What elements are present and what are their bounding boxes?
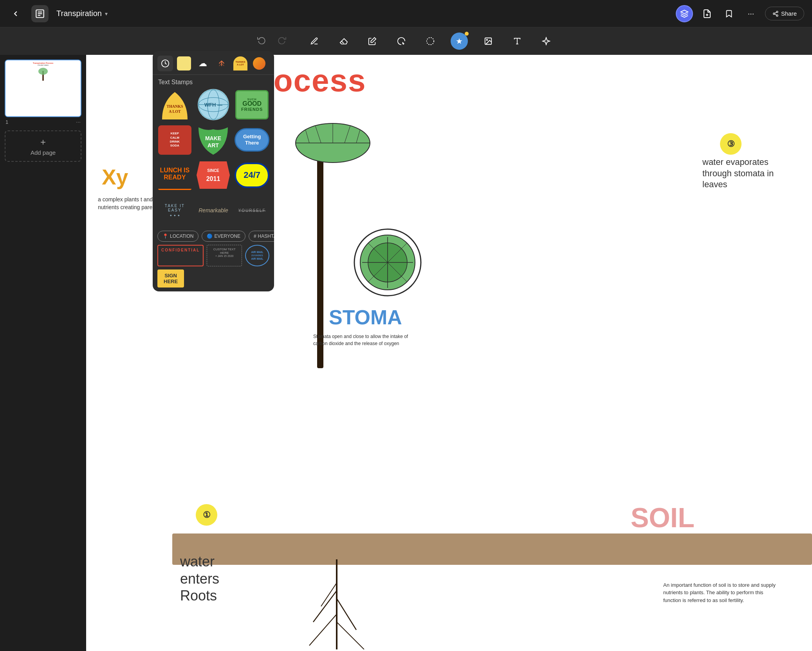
- sticker-yourself[interactable]: YOURSELF: [235, 195, 269, 226]
- canvas-step1: ①: [196, 504, 217, 526]
- svg-text:ART: ART: [208, 142, 219, 148]
- location-icon: 📍: [162, 233, 168, 239]
- pencil-tool-button[interactable]: [306, 33, 323, 50]
- svg-point-7: [773, 13, 775, 14]
- svg-text:MAKE: MAKE: [205, 135, 221, 141]
- page-more-button[interactable]: ···: [76, 119, 81, 125]
- page-number-row: 1 ···: [5, 117, 81, 127]
- sticker-wfh[interactable]: WFH —: [196, 89, 231, 120]
- root-drawing: [305, 559, 345, 651]
- everyone-icon: 🔵: [207, 233, 213, 239]
- sticker-lunch-is-ready[interactable]: LUNCH ISREADY: [157, 159, 192, 191]
- back-button[interactable]: [8, 6, 23, 22]
- more-options-button[interactable]: ···: [743, 6, 759, 22]
- plant-leaf: [294, 118, 372, 165]
- svg-point-8: [776, 14, 778, 16]
- text-tool-button[interactable]: [509, 33, 526, 50]
- canvas-step3: ③: [720, 133, 742, 155]
- svg-text:SINCE: SINCE: [208, 168, 220, 173]
- sticker-remarkable[interactable]: Remarkable: [196, 195, 231, 226]
- sticker-tool-button[interactable]: ★: [451, 33, 468, 50]
- svg-point-14: [486, 39, 487, 40]
- svg-text:THANKS: THANKS: [166, 104, 183, 108]
- page-thumbnail-1[interactable]: Transpiration Process XYLEM TUBES 1 ···: [5, 60, 81, 127]
- svg-marker-11: [371, 38, 376, 43]
- hashtag-icon: #: [254, 233, 256, 239]
- sticker-such-good-friends[interactable]: SUCH GOOD FRIENDS: [235, 89, 269, 120]
- sticker-thanks-a-lot[interactable]: THANKS A LOT: [157, 89, 192, 120]
- popup-tab-cloud[interactable]: ☁: [195, 56, 211, 71]
- page-number: 1: [5, 119, 8, 125]
- app-icon: [31, 5, 49, 22]
- cloud-icon: ☁: [198, 58, 207, 69]
- canvas-soil-label: SOIL: [631, 502, 695, 533]
- stoma-diagram: [352, 227, 423, 299]
- swatch-icon: [177, 56, 191, 71]
- image-tool-button[interactable]: [480, 33, 497, 50]
- add-doc-button[interactable]: [699, 6, 715, 22]
- title-text: Transpiration: [56, 9, 102, 18]
- popup-tab-swatch[interactable]: [176, 56, 192, 71]
- popup-tab-orange[interactable]: [251, 56, 267, 71]
- svg-line-9: [775, 14, 777, 15]
- sticker-since-2011[interactable]: SINCE 2011: [196, 159, 231, 191]
- bookmark-button[interactable]: [721, 6, 737, 22]
- sticker-tags-row: 📍 LOCATION 🔵 EVERYONE # HASHTAG: [153, 229, 274, 245]
- lasso-tool-button[interactable]: [393, 33, 410, 50]
- sticker-take-it-easy[interactable]: TAKE IT EASY ✦ ✦ ✦: [157, 195, 192, 226]
- share-button[interactable]: Share: [765, 7, 804, 20]
- sticker-getting-there[interactable]: GettingThere: [235, 124, 269, 156]
- canvas-stoma-desc: Stomata open and close to allow the inta…: [313, 333, 423, 347]
- document-title[interactable]: Transpiration ▾: [56, 9, 108, 18]
- popup-tab-thanks[interactable]: THANKSA LOT: [233, 56, 248, 71]
- location-label: LOCATION: [170, 233, 193, 239]
- stamp-custom-text[interactable]: CUSTOM TEXT HERE + JAN 15 2020: [207, 245, 242, 266]
- stamps-row: CONFIDENTIAL CUSTOM TEXT HERE + JAN 15 2…: [153, 245, 274, 269]
- canvas-water-roots: waterentersRoots: [180, 553, 219, 604]
- popup-tab-recent[interactable]: [157, 56, 173, 71]
- svg-point-6: [776, 11, 778, 13]
- sticker-tag-location[interactable]: 📍 LOCATION: [157, 231, 198, 242]
- magic-tool-button[interactable]: [538, 33, 555, 50]
- top-bar-right: ··· Share: [676, 5, 804, 22]
- everyone-label: EVERYONE: [214, 233, 240, 239]
- share-label: Share: [781, 10, 797, 17]
- page-thumb-inner: Transpiration Process XYLEM TUBES: [5, 60, 81, 117]
- selection-tool-button[interactable]: [422, 33, 439, 50]
- thanks-tab-icon: THANKSA LOT: [233, 56, 247, 71]
- sidebar: Transpiration Process XYLEM TUBES 1 ··· …: [0, 55, 86, 651]
- stamp-air-mail[interactable]: AIR MAIL 21/10/2021 AIR MAIL: [245, 245, 269, 266]
- sticker-keep-calm[interactable]: KEEPCALMDRINKSODA: [157, 124, 192, 156]
- canvas-stoma-label: STOMA: [329, 306, 402, 329]
- avatar-button[interactable]: [676, 5, 693, 22]
- svg-line-35: [337, 622, 364, 649]
- undo-redo-group: [257, 36, 286, 47]
- add-page-label: Add page: [31, 149, 56, 156]
- top-bar: Transpiration ▾ ···: [0, 0, 812, 27]
- sticker-make-art[interactable]: MAKE ART: [196, 124, 231, 156]
- svg-line-34: [309, 614, 337, 646]
- sticker-tag-everyone[interactable]: 🔵 EVERYONE: [202, 231, 245, 242]
- sign-here-row: SIGNHERE: [153, 269, 274, 288]
- soil-area: [172, 533, 812, 565]
- canvas-xy-label: Xy: [102, 165, 128, 190]
- svg-text:2011: 2011: [206, 175, 220, 182]
- sticker-tag-hashtag[interactable]: # HASHTAG: [249, 231, 274, 242]
- sticker-24-7[interactable]: 24/7: [235, 159, 269, 191]
- undo-button[interactable]: [257, 36, 266, 47]
- orange-icon: [253, 57, 265, 70]
- stamp-confidential[interactable]: CONFIDENTIAL: [157, 245, 204, 266]
- sticker-grid: THANKS A LOT WFH — SUCH GOOD: [153, 89, 274, 229]
- title-chevron-icon: ▾: [105, 11, 108, 17]
- svg-marker-48: [197, 161, 230, 189]
- thumb-canvas: Transpiration Process XYLEM TUBES: [5, 60, 81, 116]
- eraser-tool-button[interactable]: [335, 33, 352, 50]
- popup-section-title: Text Stamps: [153, 75, 274, 89]
- popup-tab-rocket[interactable]: [214, 56, 229, 71]
- pen-tool-button[interactable]: [364, 33, 381, 50]
- redo-button[interactable]: [278, 36, 286, 47]
- add-page-button[interactable]: + Add page: [5, 130, 81, 162]
- canvas-water-evap: water evaporates through stomata in leav…: [702, 157, 789, 190]
- add-page-plus-icon: +: [40, 137, 46, 148]
- sticker-sign-here[interactable]: SIGNHERE: [157, 269, 184, 288]
